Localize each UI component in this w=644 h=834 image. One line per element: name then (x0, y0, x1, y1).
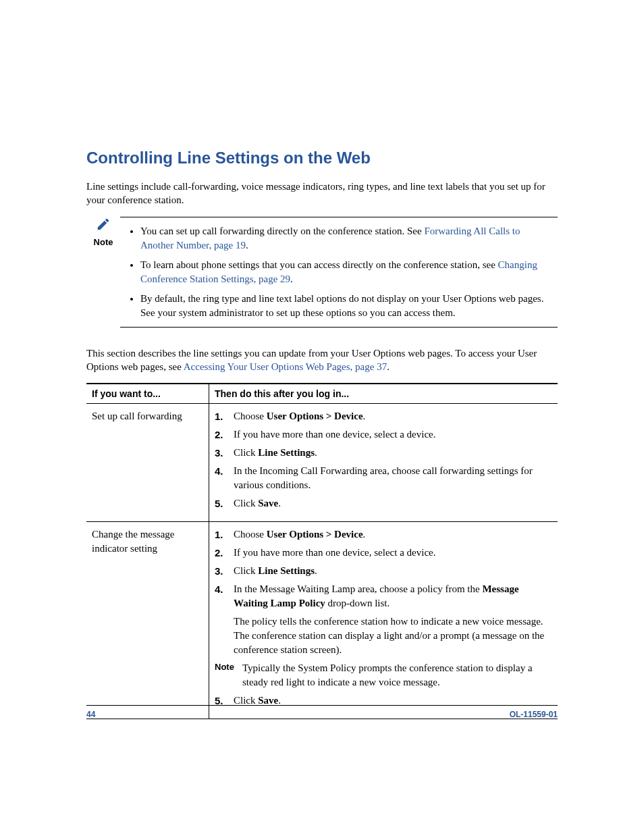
document-page: Controlling Line Settings on the Web Lin… (0, 0, 644, 834)
page-footer: 44 OL-11559-01 (86, 705, 558, 719)
ui-label: Save (258, 498, 278, 509)
note-content: You can set up call forwarding directly … (120, 217, 558, 328)
note-block: Note You can set up call forwarding dire… (86, 217, 558, 328)
note-text: . (246, 240, 248, 251)
steps-cell: Choose User Options > Device. If you hav… (209, 522, 558, 719)
step: If you have more than one device, select… (215, 427, 552, 442)
procedure-table: If you want to... Then do this after you… (86, 383, 558, 719)
note-gutter: Note (86, 217, 120, 328)
table-row: Set up call forwarding Choose User Optio… (86, 404, 558, 522)
document-id: OL-11559-01 (510, 710, 558, 719)
step: Click Line Settings. (215, 446, 552, 460)
note-text: By default, the ring type and line text … (140, 293, 543, 318)
goal-cell: Set up call forwarding (86, 404, 209, 522)
step: Choose User Options > Device. (215, 409, 552, 423)
page-number: 44 (86, 710, 95, 719)
pencil-icon (96, 222, 111, 234)
step: In the Incoming Call Forwarding area, ch… (215, 464, 552, 492)
note-label: Note (86, 237, 120, 247)
steps-cell: Choose User Options > Device. If you hav… (209, 404, 558, 522)
step-sub-paragraph: The policy tells the conference station … (234, 615, 552, 657)
ui-label: Save (258, 695, 278, 706)
ui-path: User Options > Device (267, 411, 363, 421)
steps-list: Choose User Options > Device. If you hav… (215, 409, 552, 511)
note-item: By default, the ring type and line text … (140, 292, 554, 320)
ui-path: User Options > Device (267, 529, 363, 540)
step: Click Line Settings. (215, 564, 552, 578)
note-item: To learn about phone settings that you c… (140, 258, 554, 286)
lead-text: . (387, 361, 390, 372)
ui-label: Line Settings (258, 565, 315, 576)
ui-label: Line Settings (258, 447, 315, 458)
inline-note-label: Note (215, 661, 234, 689)
note-text: To learn about phone settings that you c… (140, 259, 498, 270)
table-header-row: If you want to... Then do this after you… (86, 384, 558, 404)
step: Click Save. (215, 496, 552, 511)
table-row: Change the message indicator setting Cho… (86, 522, 558, 719)
section-heading: Controlling Line Settings on the Web (86, 149, 558, 167)
step: Choose User Options > Device. (215, 527, 552, 542)
intro-paragraph: Line settings include call-forwarding, v… (86, 180, 558, 207)
note-list: You can set up call forwarding directly … (126, 224, 558, 320)
inline-note: Note Typically the System Policy prompts… (215, 661, 552, 689)
lead-paragraph: This section describes the line settings… (86, 346, 558, 374)
note-text: . (290, 273, 293, 284)
lead-link[interactable]: Accessing Your User Options Web Pages, p… (184, 361, 387, 372)
step: In the Message Waiting Lamp area, choose… (215, 582, 552, 610)
note-item: You can set up call forwarding directly … (140, 224, 554, 253)
goal-cell: Change the message indicator setting (86, 522, 209, 719)
step: If you have more than one device, select… (215, 546, 552, 560)
inline-note-text: Typically the System Policy prompts the … (242, 661, 552, 689)
note-text: You can set up call forwarding directly … (140, 226, 424, 236)
column-header-goal: If you want to... (86, 384, 209, 404)
steps-list: Choose User Options > Device. If you hav… (215, 527, 552, 610)
column-header-action: Then do this after you log in... (209, 384, 558, 404)
